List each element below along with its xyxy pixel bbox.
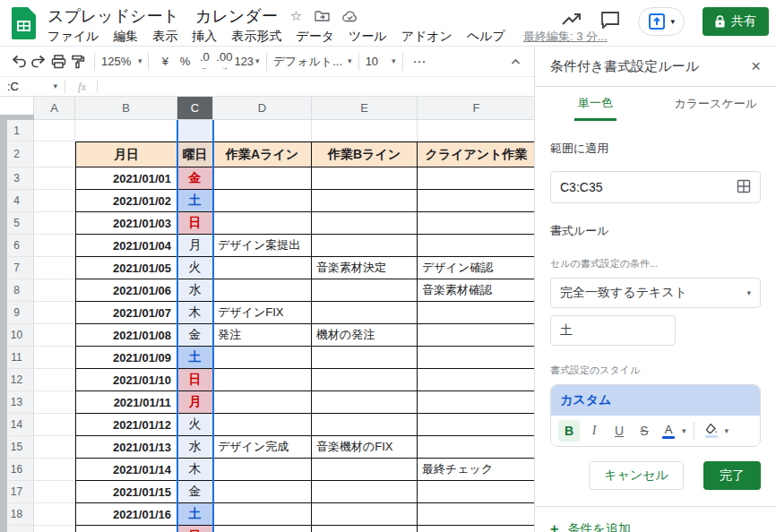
cell-E14[interactable] — [312, 414, 418, 436]
cell-E15[interactable]: 音楽機材のFIX — [312, 436, 418, 459]
cell-D9[interactable]: デザインFIX — [213, 302, 312, 324]
cell-F14[interactable] — [418, 414, 534, 436]
cell-E16[interactable] — [312, 459, 418, 481]
cell-F19[interactable] — [418, 526, 534, 532]
cell-D7[interactable] — [213, 257, 312, 279]
cell-C10[interactable]: 金 — [177, 324, 213, 347]
cell-D4[interactable] — [213, 190, 312, 212]
menu-item[interactable]: 表示形式 — [224, 28, 289, 46]
share-button[interactable]: 共有 — [703, 7, 769, 36]
cell-A13[interactable] — [34, 391, 75, 414]
cell-E13[interactable] — [312, 391, 418, 414]
cell-F15[interactable] — [418, 436, 534, 459]
cell-A5[interactable] — [34, 212, 75, 235]
cell-C17[interactable]: 金 — [177, 481, 213, 503]
more-tools-icon[interactable]: ⋯ — [410, 51, 429, 73]
cell-B10[interactable]: 2021/01/08 — [75, 324, 177, 347]
range-input[interactable]: C3:C35 — [550, 171, 761, 203]
table-header-F2[interactable]: クライアント作業 — [418, 142, 534, 167]
cell-A7[interactable] — [34, 257, 75, 279]
cell-B15[interactable]: 2021/01/13 — [75, 436, 177, 459]
zoom-select[interactable]: 125% ▾ — [101, 51, 142, 73]
add-condition-button[interactable]: + 条件を追加 — [550, 521, 761, 532]
menu-item[interactable]: 編集 — [106, 28, 145, 46]
collapse-toolbar-icon[interactable] — [505, 51, 525, 73]
doc-title[interactable]: スプレッドシート カレンダー — [47, 5, 278, 27]
print-icon[interactable] — [48, 51, 68, 73]
present-button[interactable]: ▾ — [638, 7, 685, 36]
cell-D5[interactable] — [213, 212, 312, 235]
cell-B4[interactable]: 2021/01/02 — [75, 190, 177, 212]
cell-B1[interactable] — [75, 120, 177, 142]
select-range-icon[interactable] — [737, 179, 751, 196]
cell-E1[interactable] — [312, 120, 418, 142]
comment-icon[interactable] — [600, 11, 620, 32]
cell-A15[interactable] — [34, 436, 75, 459]
col-header-F[interactable]: F — [418, 97, 534, 120]
col-header-D[interactable]: D — [213, 97, 312, 120]
cell-D19[interactable] — [213, 526, 312, 532]
move-folder-icon[interactable] — [315, 10, 330, 22]
insights-icon[interactable] — [561, 11, 582, 32]
cell-D10[interactable]: 発注 — [213, 324, 312, 347]
freeze-bar-horizontal[interactable] — [0, 115, 34, 120]
cell-A16[interactable] — [34, 459, 75, 481]
cell-B19[interactable]: 2021/01/17 — [75, 526, 177, 532]
table-header-E2[interactable]: 作業Bライン — [312, 142, 418, 167]
cell-E19[interactable] — [312, 526, 418, 532]
cell-B5[interactable]: 2021/01/03 — [75, 212, 177, 235]
cell-E12[interactable] — [312, 369, 418, 391]
cell-C11[interactable]: 土 — [177, 347, 213, 369]
paint-format-icon[interactable] — [68, 51, 88, 73]
cell-C16[interactable]: 木 — [177, 459, 213, 481]
cell-A2[interactable] — [34, 142, 75, 167]
cell-E7[interactable]: 音楽素材決定 — [312, 257, 418, 279]
cloud-status-icon[interactable] — [342, 11, 358, 22]
cell-B11[interactable]: 2021/01/09 — [75, 347, 177, 369]
cell-B8[interactable]: 2021/01/06 — [75, 279, 177, 302]
formula-input[interactable] — [98, 77, 534, 96]
cell-A10[interactable] — [34, 324, 75, 347]
text-color-button[interactable]: A — [659, 420, 678, 442]
cell-C7[interactable]: 火 — [177, 257, 213, 279]
caret-down-icon[interactable]: ▾ — [682, 427, 686, 435]
cell-B16[interactable]: 2021/01/14 — [75, 459, 177, 481]
cell-E3[interactable] — [312, 167, 418, 190]
cell-B12[interactable]: 2021/01/10 — [75, 369, 177, 391]
redo-icon[interactable] — [29, 51, 48, 73]
cell-D11[interactable] — [213, 347, 312, 369]
strikethrough-button[interactable]: S — [634, 420, 655, 442]
cell-A18[interactable] — [34, 503, 75, 526]
tab-single-color[interactable]: 単一色 — [535, 87, 656, 121]
sheets-logo-icon[interactable] — [12, 7, 36, 46]
cell-E11[interactable] — [312, 347, 418, 369]
cell-C3[interactable]: 金 — [177, 167, 213, 190]
cell-B17[interactable]: 2021/01/15 — [75, 481, 177, 503]
cell-B3[interactable]: 2021/01/01 — [75, 167, 177, 190]
cell-C15[interactable]: 水 — [177, 436, 213, 459]
cell-E18[interactable] — [312, 503, 418, 526]
menu-item[interactable]: 表示 — [145, 28, 185, 46]
cell-D3[interactable] — [213, 167, 312, 190]
cell-D1[interactable] — [213, 120, 312, 142]
menu-item[interactable]: データ — [289, 28, 341, 46]
cell-C6[interactable]: 月 — [177, 235, 213, 257]
cell-D13[interactable] — [213, 391, 312, 414]
cell-F12[interactable] — [418, 369, 534, 391]
cell-A11[interactable] — [34, 347, 75, 369]
cell-D18[interactable] — [213, 503, 312, 526]
underline-button[interactable]: U — [608, 420, 630, 442]
star-icon[interactable]: ☆ — [290, 8, 302, 24]
cell-C14[interactable]: 火 — [177, 414, 213, 436]
menu-item[interactable]: ヘルプ — [460, 28, 513, 46]
cell-A1[interactable] — [34, 120, 75, 142]
cell-F1[interactable] — [418, 120, 534, 142]
col-header-E[interactable]: E — [312, 97, 418, 120]
cell-F9[interactable] — [418, 302, 534, 324]
cell-A14[interactable] — [34, 414, 75, 436]
cell-A8[interactable] — [34, 279, 75, 302]
cell-A6[interactable] — [34, 235, 75, 257]
cell-D12[interactable] — [213, 369, 312, 391]
cell-C12[interactable]: 日 — [177, 369, 213, 391]
cell-C1[interactable] — [177, 120, 213, 142]
